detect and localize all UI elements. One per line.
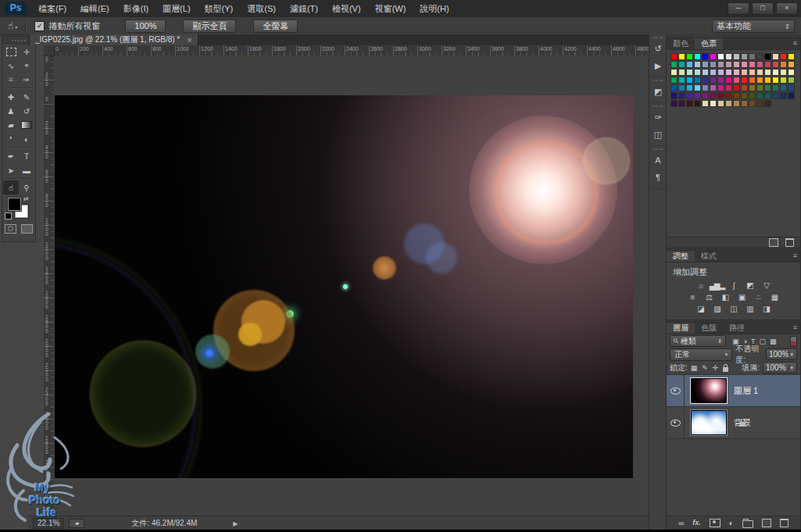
menu-item-1[interactable]: 檔案(F) — [31, 0, 73, 17]
color-swatch-r3c10[interactable] — [741, 69, 748, 76]
zoom-level-field[interactable]: 22.1% — [33, 518, 64, 529]
color-swatch-r3c8[interactable] — [725, 69, 732, 76]
vibrance-icon[interactable]: ▽ — [760, 280, 773, 291]
color-swatch-r2c3[interactable] — [686, 61, 693, 68]
color-lookup-icon[interactable]: ▦ — [768, 291, 781, 303]
color-swatch-r7c10[interactable] — [741, 100, 748, 107]
color-swatch-r7c13[interactable] — [764, 100, 771, 107]
layer-filter-toggle[interactable] — [790, 336, 797, 347]
color-swatch-r7c9[interactable] — [733, 100, 740, 107]
color-swatch-r5c1[interactable] — [670, 84, 678, 91]
menu-item-9[interactable]: 視窗(W) — [368, 0, 413, 17]
workspace-switcher[interactable]: 基本功能 ⇕ — [712, 20, 795, 33]
character-panel-icon[interactable]: A — [649, 152, 667, 169]
color-swatch-r1c10[interactable] — [741, 53, 748, 60]
color-swatch-r3c9[interactable] — [733, 69, 740, 76]
color-swatch-r4c16[interactable] — [788, 77, 795, 84]
color-swatch-r1c15[interactable] — [780, 53, 787, 60]
color-swatch-r6c16[interactable] — [788, 92, 795, 99]
color-swatch-r2c12[interactable] — [756, 61, 763, 68]
menu-item-7[interactable]: 濾鏡(T) — [283, 0, 325, 17]
color-swatch-r6c1[interactable] — [670, 92, 678, 99]
color-swatch-r5c16[interactable] — [788, 84, 795, 91]
color-swatch-r3c7[interactable] — [717, 69, 724, 76]
color-swatch-r2c2[interactable] — [678, 61, 685, 68]
foreground-color-swatch[interactable] — [8, 198, 21, 211]
color-swatch-r3c16[interactable] — [788, 69, 795, 76]
crop-tool[interactable]: ⌗ — [3, 73, 19, 87]
history-panel-icon[interactable]: ↺ — [649, 40, 667, 57]
maximize-button[interactable]: □ — [752, 2, 774, 15]
black-white-icon[interactable]: ◧ — [719, 291, 732, 303]
rectangular-marquee-tool[interactable] — [3, 45, 19, 59]
color-swatch-r3c6[interactable] — [710, 69, 717, 76]
hand-tool-options-icon[interactable]: ☝▾ — [8, 20, 17, 31]
color-swatch-r6c9[interactable] — [733, 92, 740, 99]
lasso-tool[interactable]: ∿ — [3, 59, 19, 73]
color-swatch-r6c15[interactable] — [780, 92, 787, 99]
color-swatch-r4c12[interactable] — [756, 77, 763, 84]
color-swatch-r3c13[interactable] — [764, 69, 771, 76]
delete-layer-icon[interactable] — [780, 519, 788, 527]
pen-tool[interactable]: ✒ — [3, 149, 19, 163]
color-swatch-r1c9[interactable] — [733, 53, 740, 60]
document-tab[interactable]: _IGP0225.jpg @ 22.1% (圖層 1, RGB/8) * × — [30, 34, 198, 45]
color-swatch-r4c10[interactable] — [741, 77, 748, 84]
color-swatch-r1c6[interactable] — [710, 53, 717, 60]
color-swatch-r6c4[interactable] — [694, 92, 701, 99]
fill-field[interactable]: 100%▾ — [763, 362, 797, 373]
layer-row-2[interactable]: 背景 — [667, 407, 800, 439]
invert-icon[interactable]: ◪ — [694, 303, 707, 315]
color-swatch-r1c5[interactable] — [702, 53, 709, 60]
layer-filter-dropdown[interactable]: ⚲ 種類 ⇕ — [670, 335, 726, 347]
levels-icon[interactable]: ▄▆▂ — [710, 280, 724, 291]
new-layer-icon[interactable] — [762, 519, 771, 527]
full-screen-button[interactable]: 全螢幕 — [253, 20, 298, 33]
menu-item-2[interactable]: 編輯(E) — [73, 0, 116, 17]
color-swatch-r1c4[interactable] — [694, 53, 701, 60]
path-selection-tool[interactable]: ➤ — [3, 163, 19, 177]
layer-thumbnail[interactable] — [691, 378, 727, 403]
color-swatch-r1c13[interactable] — [764, 53, 771, 60]
filter-smart-objects-icon[interactable]: ▩ — [770, 337, 777, 345]
adjustments-tab-樣式[interactable]: 樣式 — [695, 251, 723, 262]
menu-item-5[interactable]: 類型(Y) — [198, 0, 241, 17]
color-swatch-r6c12[interactable] — [756, 92, 763, 99]
hue-saturation-icon[interactable]: ≡ — [686, 291, 699, 303]
blend-mode-dropdown[interactable]: 正常▾ — [670, 348, 732, 361]
color-swatch-r6c8[interactable] — [725, 92, 732, 99]
color-swatch-r2c13[interactable] — [764, 61, 771, 68]
new-swatch-icon[interactable] — [769, 238, 778, 247]
color-swatch-r1c2[interactable] — [678, 53, 685, 60]
panel-menu-icon[interactable]: ≡ — [793, 252, 797, 259]
opacity-field[interactable]: 100%▾ — [766, 348, 797, 360]
panel-group-grip[interactable] — [649, 146, 667, 152]
color-swatch-r3c11[interactable] — [749, 69, 756, 76]
color-swatch-r6c14[interactable] — [772, 92, 779, 99]
blur-tool[interactable]: ❜ — [3, 132, 19, 146]
color-swatch-r3c1[interactable] — [670, 69, 678, 76]
visibility-toggle[interactable] — [667, 407, 685, 438]
spot-healing-brush-tool[interactable]: ✚ — [3, 90, 19, 104]
swatches-tab-顏色[interactable]: 顏色 — [667, 38, 695, 49]
threshold-icon[interactable]: ◫ — [727, 303, 740, 315]
layer-effects-icon[interactable]: fx. — [692, 519, 701, 527]
color-swatch-r6c3[interactable] — [686, 92, 693, 99]
color-swatch-r4c4[interactable] — [694, 77, 701, 84]
color-swatch-r3c12[interactable] — [756, 69, 763, 76]
color-swatch-r6c11[interactable] — [749, 92, 756, 99]
status-menu-arrow[interactable]: ▶ — [233, 520, 238, 527]
layers-tab-路徑[interactable]: 路徑 — [723, 323, 751, 334]
color-swatch-r2c10[interactable] — [741, 61, 748, 68]
color-swatch-r5c11[interactable] — [749, 84, 756, 91]
color-swatch-r6c13[interactable] — [764, 92, 771, 99]
layers-tab-圖層[interactable]: 圖層 — [667, 323, 695, 334]
color-swatch-r5c9[interactable] — [733, 84, 740, 91]
color-swatch-r4c8[interactable] — [725, 77, 732, 84]
link-layers-icon[interactable]: ∞ — [678, 519, 684, 527]
delete-swatch-icon[interactable] — [785, 238, 794, 247]
color-swatch-r6c10[interactable] — [741, 92, 748, 99]
color-swatch-r7c7[interactable] — [717, 100, 724, 107]
swatches-tab-色票[interactable]: 色票 — [695, 38, 723, 49]
fit-screen-button[interactable]: 顯示全頁 — [183, 20, 236, 33]
